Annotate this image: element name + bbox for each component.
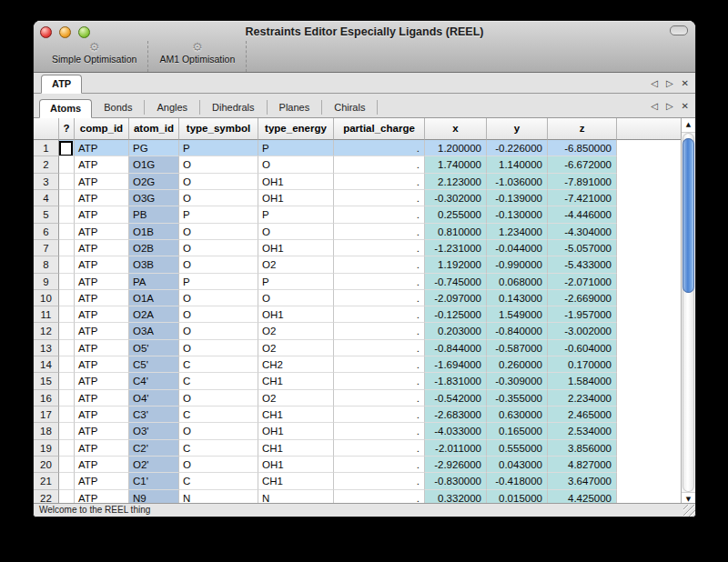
- cell-comp-id[interactable]: ATP: [75, 140, 129, 156]
- tab-atp[interactable]: ATP: [41, 75, 82, 94]
- tab-angles[interactable]: Angles: [145, 100, 200, 115]
- col-header-flag[interactable]: ?: [59, 118, 75, 140]
- cell-comp-id[interactable]: ATP: [75, 256, 129, 273]
- cell-atom-id[interactable]: O3G: [129, 190, 179, 206]
- row-number[interactable]: 14: [34, 356, 59, 373]
- cell-y[interactable]: 1.140000: [487, 156, 548, 173]
- row-number[interactable]: 5: [34, 206, 59, 223]
- row-number[interactable]: 19: [34, 440, 59, 457]
- cell-atom-id[interactable]: PA: [129, 274, 179, 290]
- cell-type-energy[interactable]: OH1: [258, 306, 334, 323]
- cell-comp-id[interactable]: ATP: [75, 406, 129, 423]
- tab-planes[interactable]: Planes: [268, 100, 323, 115]
- cell-comp-id[interactable]: ATP: [75, 224, 129, 240]
- cell-atom-id[interactable]: O5': [129, 340, 179, 356]
- table-row[interactable]: 14 ATP C5' C CH2 . -1.694000 0.260000 0.…: [34, 356, 682, 373]
- cell-y[interactable]: 1.234000: [487, 224, 548, 240]
- table-row[interactable]: 8 ATP O3B O O2 . 1.192000 -0.990000 -5.4…: [34, 256, 682, 273]
- cell-atom-id[interactable]: O1G: [129, 156, 179, 173]
- cell-y[interactable]: -0.418000: [487, 473, 548, 489]
- cell-flag[interactable]: [59, 323, 75, 339]
- resize-grip-icon[interactable]: [683, 505, 695, 517]
- cell-atom-id[interactable]: O1A: [129, 290, 179, 306]
- col-header-atom-id[interactable]: atom_id: [129, 118, 179, 140]
- cell-x[interactable]: -1.694000: [425, 356, 487, 373]
- cell-partial-charge[interactable]: .: [334, 206, 425, 223]
- cell-y[interactable]: -0.355000: [487, 390, 548, 406]
- cell-x[interactable]: -0.830000: [425, 473, 487, 489]
- cell-z[interactable]: 4.827000: [548, 457, 617, 473]
- cell-type-energy[interactable]: CH1: [258, 373, 334, 389]
- cell-flag[interactable]: [59, 356, 75, 373]
- cell-flag[interactable]: [59, 140, 75, 156]
- cell-flag[interactable]: [59, 473, 75, 489]
- cell-comp-id[interactable]: ATP: [75, 190, 129, 206]
- cell-z[interactable]: 0.170000: [548, 356, 617, 373]
- cell-x[interactable]: -1.831000: [425, 373, 487, 389]
- cell-y[interactable]: 0.068000: [487, 274, 548, 290]
- cell-atom-id[interactable]: C1': [129, 473, 179, 489]
- cell-z[interactable]: -5.057000: [548, 240, 617, 256]
- cell-partial-charge[interactable]: .: [334, 306, 425, 323]
- cell-x[interactable]: 1.192000: [425, 256, 487, 273]
- table-row[interactable]: 15 ATP C4' C CH1 . -1.831000 -0.309000 1…: [34, 373, 682, 389]
- cell-z[interactable]: 1.584000: [548, 373, 617, 389]
- cell-atom-id[interactable]: O3A: [129, 323, 179, 339]
- cell-atom-id[interactable]: O1B: [129, 224, 179, 240]
- row-number[interactable]: 18: [34, 423, 59, 439]
- cell-type-symbol[interactable]: O: [179, 156, 258, 173]
- cell-comp-id[interactable]: ATP: [75, 457, 129, 473]
- cell-y[interactable]: 0.165000: [487, 423, 548, 439]
- cell-type-symbol[interactable]: O: [179, 306, 258, 323]
- cell-type-symbol[interactable]: O: [179, 240, 258, 256]
- cell-x[interactable]: -1.231000: [425, 240, 487, 256]
- row-number[interactable]: 11: [34, 306, 59, 323]
- cell-atom-id[interactable]: C5': [129, 356, 179, 373]
- table-row[interactable]: 3 ATP O2G O OH1 . 2.123000 -1.036000 -7.…: [34, 174, 682, 190]
- cell-flag[interactable]: [59, 306, 75, 323]
- cell-x[interactable]: 2.123000: [425, 174, 487, 190]
- tab-bonds[interactable]: Bonds: [92, 100, 145, 115]
- cell-z[interactable]: -2.669000: [548, 290, 617, 306]
- cell-type-energy[interactable]: OH1: [258, 457, 334, 473]
- cell-type-energy[interactable]: OH1: [258, 240, 334, 256]
- cell-type-energy[interactable]: OH1: [258, 190, 334, 206]
- cell-x[interactable]: 0.810000: [425, 224, 487, 240]
- table-row[interactable]: 7 ATP O2B O OH1 . -1.231000 -0.044000 -5…: [34, 240, 682, 256]
- cell-type-energy[interactable]: O2: [258, 323, 334, 339]
- cell-z[interactable]: -5.433000: [548, 256, 617, 273]
- cell-partial-charge[interactable]: .: [334, 423, 425, 439]
- cell-atom-id[interactable]: O2': [129, 457, 179, 473]
- cell-type-symbol[interactable]: O: [179, 174, 258, 190]
- cell-partial-charge[interactable]: .: [334, 323, 425, 339]
- col-header-comp-id[interactable]: comp_id: [75, 118, 129, 140]
- tab-atoms[interactable]: Atoms: [39, 99, 92, 118]
- cell-type-symbol[interactable]: O: [179, 423, 258, 439]
- cell-atom-id[interactable]: O2A: [129, 306, 179, 323]
- cell-type-symbol[interactable]: O: [179, 340, 258, 356]
- cell-type-symbol[interactable]: C: [179, 356, 258, 373]
- tab-close-icon[interactable]: ✕: [682, 101, 689, 111]
- cell-x[interactable]: -0.745000: [425, 274, 487, 290]
- cell-z[interactable]: -6.672000: [548, 156, 617, 173]
- cell-partial-charge[interactable]: .: [334, 457, 425, 473]
- cell-z[interactable]: -2.071000: [548, 274, 617, 290]
- cell-type-symbol[interactable]: P: [179, 274, 258, 290]
- cell-type-energy[interactable]: P: [258, 274, 334, 290]
- cell-partial-charge[interactable]: .: [334, 340, 425, 356]
- cell-type-symbol[interactable]: C: [179, 373, 258, 389]
- cell-partial-charge[interactable]: .: [334, 440, 425, 457]
- cell-z[interactable]: -1.957000: [548, 306, 617, 323]
- cell-comp-id[interactable]: ATP: [75, 156, 129, 173]
- row-number[interactable]: 8: [34, 256, 59, 273]
- tab-dihedrals[interactable]: Dihedrals: [200, 100, 267, 115]
- row-number[interactable]: 17: [34, 406, 59, 423]
- table-row[interactable]: 12 ATP O3A O O2 . 0.203000 -0.840000 -3.…: [34, 323, 682, 339]
- cell-comp-id[interactable]: ATP: [75, 340, 129, 356]
- atom-flag-checkbox[interactable]: [59, 141, 73, 156]
- cell-type-symbol[interactable]: C: [179, 406, 258, 423]
- row-number[interactable]: 2: [34, 156, 59, 173]
- cell-partial-charge[interactable]: .: [334, 140, 425, 156]
- row-number[interactable]: 9: [34, 274, 59, 290]
- cell-flag[interactable]: [59, 190, 75, 206]
